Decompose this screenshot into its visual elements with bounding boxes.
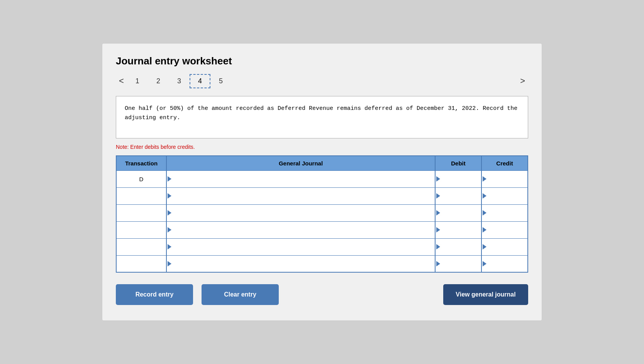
credit-cell-3[interactable] [481,204,528,221]
row-arrow-journal-1 [168,176,171,182]
row-arrow-credit-5 [483,244,486,249]
prev-arrow[interactable]: < [116,76,127,86]
note-text: Note: Enter debits before credits. [116,144,528,150]
journal-input-6[interactable] [169,256,435,272]
col-header-debit: Debit [435,156,481,171]
transaction-cell-1: D [116,170,166,187]
credit-input-6[interactable] [482,256,527,272]
transaction-label-1: D [139,176,144,182]
journal-input-1[interactable] [169,171,435,187]
col-header-transaction: Transaction [116,156,166,171]
page-title: Journal entry worksheet [116,55,528,67]
row-arrow-debit-1 [436,176,440,182]
credit-cell-2[interactable] [481,187,528,204]
row-arrow-credit-4 [483,227,486,233]
col-header-general-journal: General Journal [166,156,435,171]
row-arrow-journal-6 [168,261,171,266]
journal-cell-4[interactable] [166,221,435,238]
debit-input-1[interactable] [436,171,481,187]
credit-cell-5[interactable] [481,238,528,255]
table-row [116,204,528,221]
debit-cell-6[interactable] [435,255,481,272]
clear-entry-button[interactable]: Clear entry [202,284,279,305]
credit-input-1[interactable] [482,171,527,187]
table-row [116,187,528,204]
journal-cell-3[interactable] [166,204,435,221]
row-arrow-journal-4 [168,227,171,233]
credit-cell-6[interactable] [481,255,528,272]
col-header-credit: Credit [481,156,528,171]
transaction-cell-3 [116,204,166,221]
journal-cell-6[interactable] [166,255,435,272]
debit-cell-2[interactable] [435,187,481,204]
row-arrow-debit-6 [436,261,440,266]
table-row [116,221,528,238]
table-row: D [116,170,528,187]
debit-input-3[interactable] [436,205,481,221]
transaction-cell-5 [116,238,166,255]
journal-input-3[interactable] [169,205,435,221]
tab-4[interactable]: 4 [190,74,210,88]
journal-cell-2[interactable] [166,187,435,204]
row-arrow-journal-2 [168,193,171,199]
transaction-cell-4 [116,221,166,238]
transaction-cell-6 [116,255,166,272]
row-arrow-journal-5 [168,244,171,249]
row-arrow-credit-6 [483,261,486,266]
row-arrow-journal-3 [168,210,171,216]
main-container: Journal entry worksheet < 1 2 3 4 5 > On… [102,43,542,321]
debit-cell-1[interactable] [435,170,481,187]
next-arrow[interactable]: > [517,76,528,86]
journal-input-2[interactable] [169,188,435,204]
row-arrow-credit-3 [483,210,486,216]
credit-input-4[interactable] [482,222,527,238]
debit-input-6[interactable] [436,256,481,272]
debit-input-2[interactable] [436,188,481,204]
debit-cell-3[interactable] [435,204,481,221]
tab-2[interactable]: 2 [148,74,169,88]
debit-cell-5[interactable] [435,238,481,255]
credit-cell-4[interactable] [481,221,528,238]
row-arrow-debit-4 [436,227,440,233]
credit-input-5[interactable] [482,239,527,255]
journal-input-4[interactable] [169,222,435,238]
row-arrow-debit-3 [436,210,440,216]
credit-input-3[interactable] [482,205,527,221]
transaction-cell-2 [116,187,166,204]
row-arrow-debit-2 [436,193,440,199]
journal-cell-5[interactable] [166,238,435,255]
journal-input-5[interactable] [169,239,435,255]
tab-1[interactable]: 1 [127,74,148,88]
journal-table: Transaction General Journal Debit Credit… [116,155,528,273]
credit-input-2[interactable] [482,188,527,204]
tab-navigation: < 1 2 3 4 5 > [116,74,528,88]
row-arrow-debit-5 [436,244,440,249]
description-text: One half (or 50%) of the amount recorded… [125,105,517,121]
table-row [116,255,528,272]
row-arrow-credit-1 [483,176,486,182]
debit-input-4[interactable] [436,222,481,238]
table-row [116,238,528,255]
view-general-journal-button[interactable]: View general journal [443,284,528,305]
description-box: One half (or 50%) of the amount recorded… [116,96,528,138]
tab-3[interactable]: 3 [169,74,190,88]
journal-cell-1[interactable] [166,170,435,187]
debit-cell-4[interactable] [435,221,481,238]
tab-5[interactable]: 5 [210,74,231,88]
credit-cell-1[interactable] [481,170,528,187]
record-entry-button[interactable]: Record entry [116,284,193,305]
debit-input-5[interactable] [436,239,481,255]
buttons-row: Record entry Clear entry View general jo… [116,284,528,305]
row-arrow-credit-2 [483,193,486,199]
